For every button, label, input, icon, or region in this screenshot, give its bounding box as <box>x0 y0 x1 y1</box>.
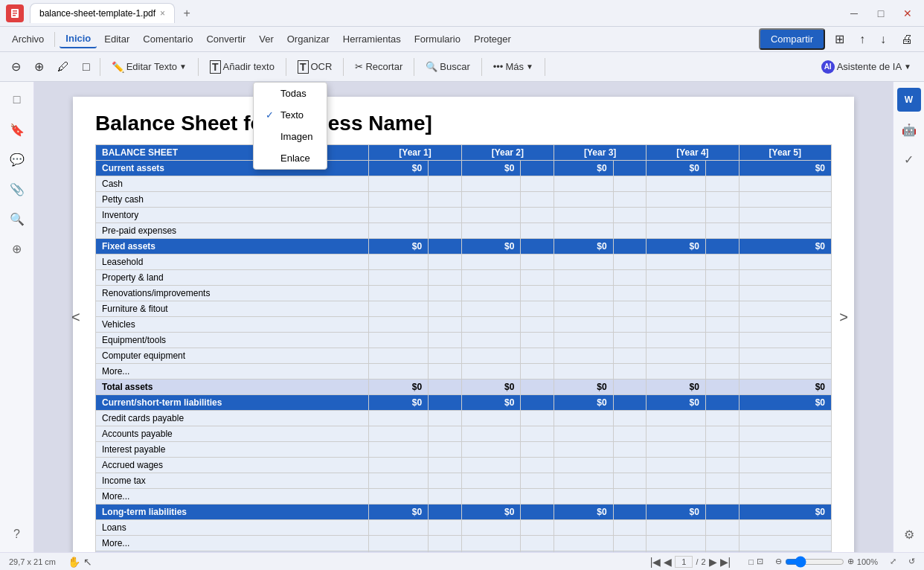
row-value-2 <box>554 176 613 192</box>
row-label: Petty cash <box>96 192 369 208</box>
minimize-button[interactable]: ─ <box>844 6 864 21</box>
right-icon-word[interactable]: W <box>897 88 921 112</box>
dropdown-item-todas[interactable]: Todas <box>254 83 327 104</box>
section-value-0: $0 <box>369 239 429 254</box>
crop-button[interactable]: ✂ Recortar <box>348 57 409 76</box>
sidebar-help-icon[interactable]: ? <box>5 522 29 546</box>
subtotal-spacer-2 <box>613 380 647 395</box>
download-icon[interactable]: ↓ <box>875 29 891 50</box>
zoom-out-icon[interactable]: ⊖ <box>775 557 782 566</box>
prev-page-arrow[interactable]: < <box>71 309 80 326</box>
row-spacer-3 <box>705 254 739 270</box>
menu-archivo[interactable]: Archivo <box>6 31 50 48</box>
last-page-button[interactable]: ▶| <box>720 556 731 568</box>
fit-width-icon[interactable]: ⊡ <box>757 557 763 566</box>
row-spacer-2 <box>613 411 647 426</box>
fullscreen-icon[interactable]: ⤢ <box>890 557 896 566</box>
active-tab[interactable]: balance-sheet-template-1.pdf × <box>30 3 175 23</box>
dropdown-item-enlace[interactable]: Enlace <box>254 147 327 169</box>
row-spacer-0 <box>429 317 462 333</box>
ai-button[interactable]: AI Asistente de IA ▼ <box>815 57 918 77</box>
first-page-button[interactable]: |◀ <box>650 556 661 568</box>
close-button[interactable]: ✕ <box>897 6 918 21</box>
dropdown-item-imagen[interactable]: Imagen <box>254 126 327 147</box>
table-row: Accrued wages <box>96 458 832 473</box>
toolbar-extra-icon[interactable]: ⊞ <box>830 28 850 50</box>
table-row: More... <box>96 364 832 380</box>
pointer-tool-icon[interactable]: ↖ <box>83 556 92 568</box>
menu-inicio[interactable]: Inicio <box>60 30 97 48</box>
menu-comentario[interactable]: Comentario <box>137 31 199 48</box>
highlight-tool[interactable]: 🖊 <box>52 57 74 77</box>
next-page-button[interactable]: ▶ <box>709 556 717 568</box>
sidebar-page-icon[interactable]: □ <box>5 88 29 112</box>
row-value-0 <box>369 333 429 348</box>
ocr-button[interactable]: T OCR <box>291 57 339 77</box>
sidebar-attachment-icon[interactable]: 📎 <box>5 177 29 201</box>
zoom-slider[interactable] <box>785 556 844 568</box>
row-value-2 <box>554 520 613 536</box>
balance-table: BALANCE SHEET [Year 1] [Year 2] [Year 3]… <box>95 144 832 552</box>
row-spacer-3 <box>705 442 739 458</box>
rectangle-tool[interactable]: □ <box>77 57 95 77</box>
menu-ver[interactable]: Ver <box>253 31 280 48</box>
add-text-button[interactable]: T Añadir texto <box>203 57 281 77</box>
row-value-4 <box>739 286 831 301</box>
sidebar-search-icon[interactable]: 🔍 <box>5 207 29 231</box>
next-page-arrow[interactable]: > <box>839 309 848 326</box>
table-row: More... <box>96 489 832 505</box>
row-spacer-3 <box>705 223 739 239</box>
table-row: Credit cards payable <box>96 411 832 426</box>
menu-convertir[interactable]: Convertir <box>200 31 251 48</box>
maximize-button[interactable]: □ <box>870 6 891 21</box>
sidebar-layers-icon[interactable]: ⊕ <box>5 237 29 260</box>
row-value-2 <box>554 301 613 317</box>
document-area[interactable]: < > Balance Sheet fo[Business Name] BALA… <box>34 82 893 552</box>
dropdown-item-texto[interactable]: ✓ Texto <box>254 104 327 126</box>
menu-formulario[interactable]: Formulario <box>408 31 466 48</box>
row-value-4 <box>739 254 831 270</box>
close-tab-icon[interactable]: × <box>160 8 165 19</box>
cloud-upload-icon[interactable]: ↑ <box>854 29 870 50</box>
table-row: Renovations/improvements <box>96 286 832 301</box>
menu-proteger[interactable]: Proteger <box>468 31 517 48</box>
row-spacer-0 <box>429 536 462 551</box>
app-icon <box>6 4 24 22</box>
menu-organizar[interactable]: Organizar <box>281 31 336 48</box>
refresh-icon[interactable]: ↺ <box>908 557 915 566</box>
row-value-3 <box>647 192 706 208</box>
edit-text-chevron[interactable]: ▼ <box>179 63 187 71</box>
zoom-in-button[interactable]: ⊕ <box>29 56 49 77</box>
zoom-in-icon[interactable]: ⊕ <box>847 557 854 566</box>
subtotal-spacer-1 <box>521 380 554 395</box>
section-value-3: $0 <box>647 395 706 411</box>
subtotal-value-3: $0 <box>647 380 706 395</box>
fit-page-icon[interactable]: □ <box>748 557 754 566</box>
prev-page-button[interactable]: ◀ <box>664 556 672 568</box>
menu-herramientas[interactable]: Herramientas <box>337 31 407 48</box>
edit-text-button[interactable]: ✏️ Editar Texto ▼ <box>105 57 193 77</box>
right-icon-settings[interactable]: ⚙ <box>897 522 921 546</box>
row-spacer-3 <box>705 333 739 348</box>
section-value-3: $0 <box>647 239 706 254</box>
more-button[interactable]: ••• Más ▼ <box>487 57 540 76</box>
search-button[interactable]: 🔍 Buscar <box>419 57 476 76</box>
right-icon-robot[interactable]: 🤖 <box>897 118 921 141</box>
row-value-1 <box>461 536 521 551</box>
row-value-3 <box>647 333 706 348</box>
hand-tool-icon[interactable]: ✋ <box>68 556 80 568</box>
sidebar-bookmark-icon[interactable]: 🔖 <box>5 118 29 141</box>
print-icon[interactable]: 🖨 <box>896 29 918 50</box>
sidebar-comment-icon[interactable]: 💬 <box>5 147 29 171</box>
row-value-3 <box>647 208 706 223</box>
row-value-2 <box>554 254 613 270</box>
add-tab-button[interactable]: + <box>178 4 196 22</box>
document: Balance Sheet fo[Business Name] BALANCE … <box>73 97 854 552</box>
menu-editar[interactable]: Editar <box>98 31 135 48</box>
subtotal-spacer-2 <box>613 551 647 553</box>
menu-bar: Archivo Inicio Editar Comentario Convert… <box>0 27 924 52</box>
right-icon-check[interactable]: ✓ <box>897 147 921 171</box>
page-input[interactable]: 1 <box>675 556 693 568</box>
zoom-out-button[interactable]: ⊖ <box>6 56 26 77</box>
share-button[interactable]: Compartir <box>759 28 825 50</box>
